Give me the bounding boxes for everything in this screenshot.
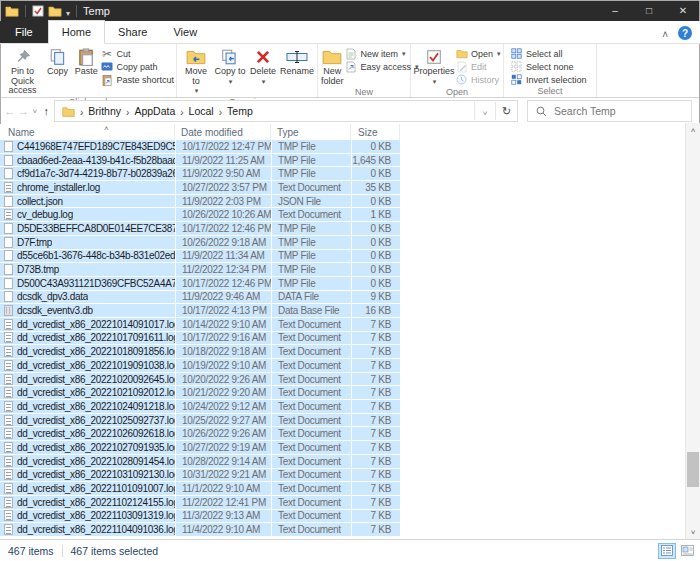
recent-locations-icon[interactable]	[31, 102, 38, 120]
file-name: dd_vcredist_x86_20221103091319.log	[17, 510, 175, 521]
file-row[interactable]: cv_debug.log 10/26/2022 10:26 AM Text Do…	[0, 208, 400, 222]
file-row[interactable]: dd_vcredist_x86_20221104091036.log 11/4/…	[0, 523, 400, 537]
file-row[interactable]: collect.json 11/9/2022 2:03 PM JSON File…	[0, 195, 400, 209]
breadcrumb-box[interactable]: BrithnyAppDataLocalTemp	[54, 100, 518, 122]
file-icon	[4, 387, 13, 398]
select-all-button[interactable]: Select all	[510, 47, 587, 60]
file-row[interactable]: dcsdk_eventv3.db 10/17/2022 4:13 PM Data…	[0, 304, 400, 318]
easy-access-button[interactable]: Easy access	[345, 60, 419, 73]
search-input[interactable]	[552, 104, 691, 118]
edit-button[interactable]: Edit	[455, 60, 501, 73]
file-row[interactable]: dd_vcredist_x86_20221027091935.log 10/27…	[0, 441, 400, 455]
help-icon[interactable]: ?	[678, 26, 692, 40]
column-header-size[interactable]: Size	[351, 124, 400, 141]
maximize-button[interactable]: □	[632, 0, 666, 21]
breadcrumb-item[interactable]: Local	[187, 105, 216, 117]
file-type: Text Document	[271, 400, 351, 413]
file-row[interactable]: dd_vcredist_x86_20221026092618.log 10/26…	[0, 427, 400, 441]
file-size: 0 KB	[351, 277, 400, 290]
open-button[interactable]: Open	[455, 47, 501, 60]
delete-button[interactable]: Delete	[247, 46, 279, 87]
edit-icon	[455, 61, 468, 73]
scrollbar-thumb[interactable]	[687, 452, 699, 487]
file-row[interactable]: D500C43A931121D369CFBC52A4A7A6603... 10/…	[0, 277, 400, 291]
tab-share[interactable]: Share	[105, 22, 160, 43]
file-row[interactable]: dd_vcredist_x86_20221103091319.log 11/3/…	[0, 510, 400, 524]
file-type: TMP File	[271, 154, 351, 167]
file-icon	[4, 250, 13, 261]
vertical-scrollbar[interactable]	[685, 123, 700, 539]
breadcrumb-item[interactable]: Temp	[225, 105, 255, 117]
file-row[interactable]: dd_vcredist_x86_20221025092737.log 10/25…	[0, 414, 400, 428]
close-button[interactable]: ✕	[666, 0, 700, 21]
paste-button[interactable]: Paste	[72, 46, 101, 78]
delete-label: Delete	[250, 67, 276, 77]
file-row[interactable]: C441968E747EFD189C7E843ED9C5A453C... 10/…	[0, 140, 400, 154]
refresh-icon[interactable]	[495, 102, 517, 120]
file-size: 7 KB	[351, 441, 400, 454]
file-row[interactable]: dd_vcredist_x86_20221017091611.log 10/17…	[0, 332, 400, 346]
file-row[interactable]: D7F.tmp 10/26/2022 9:18 AM TMP File 0 KB	[0, 236, 400, 250]
new-item-button[interactable]: New item	[345, 47, 419, 60]
rename-button[interactable]: Rename	[279, 46, 315, 78]
move-to-button[interactable]: Move to	[179, 46, 213, 97]
properties-quick-icon[interactable]	[32, 5, 44, 17]
file-row[interactable]: dd_vcredist_x86_20221021092012.log 10/21…	[0, 386, 400, 400]
file-row[interactable]: dd_vcredist_x86_20221031092130.log 10/31…	[0, 469, 400, 483]
file-row[interactable]: dd_vcredist_x86_20221019091038.log 10/19…	[0, 359, 400, 373]
paste-shortcut-button[interactable]: Paste shortcut	[100, 73, 174, 86]
file-row[interactable]: cf9d1a7c-3d74-4219-8b77-b02839a26296... …	[0, 167, 400, 181]
file-row[interactable]: dd_vcredist_x86_20221101091007.log 11/1/…	[0, 482, 400, 496]
large-icons-view-button[interactable]	[678, 543, 696, 559]
invert-selection-button[interactable]: Invert selection	[510, 73, 587, 86]
file-row[interactable]: d55ce6b1-3676-448c-b34b-831e02ed32d... 1…	[0, 250, 400, 264]
new-folder-button[interactable]: New folder	[320, 46, 345, 87]
copy-to-label: Copy to	[214, 67, 245, 77]
customize-qat-icon[interactable]	[66, 2, 70, 20]
file-row[interactable]: chrome_installer.log 10/27/2022 3:57 PM …	[0, 181, 400, 195]
file-row[interactable]: dd_vcredist_x86_20221102124155.log 11/2/…	[0, 496, 400, 510]
new-folder-quick-icon[interactable]	[48, 5, 62, 17]
file-type: TMP File	[271, 140, 351, 153]
copy-path-button[interactable]: Copy path	[100, 60, 174, 73]
back-button[interactable]	[4, 102, 16, 120]
minimize-ribbon-icon[interactable]	[662, 24, 668, 42]
file-row[interactable]: dd_vcredist_x86_20221024091218.log 10/24…	[0, 400, 400, 414]
file-row[interactable]: dd_vcredist_x86_20221020092645.log 10/20…	[0, 373, 400, 387]
column-header-name[interactable]: Name	[0, 124, 175, 141]
scroll-up-icon[interactable]	[686, 123, 700, 137]
breadcrumb-item[interactable]: AppData	[132, 105, 177, 117]
details-view-button[interactable]	[658, 543, 676, 559]
address-dropdown-icon[interactable]	[474, 102, 495, 120]
up-button[interactable]	[40, 102, 52, 120]
file-row[interactable]: dcsdk_dpv3.data 11/9/2022 9:46 AM DATA F…	[0, 291, 400, 305]
file-row[interactable]: D73B.tmp 11/2/2022 12:34 PM TMP File 0 K…	[0, 263, 400, 277]
breadcrumb-item[interactable]: Brithny	[86, 105, 123, 117]
forward-button[interactable]	[18, 102, 30, 120]
history-button[interactable]: History	[455, 73, 501, 86]
properties-button[interactable]: Properties	[413, 46, 455, 87]
column-header-date-modified[interactable]: Date modified	[175, 124, 271, 141]
minimize-button[interactable]: –	[598, 0, 632, 21]
file-row[interactable]: D5DE33BEFFCA8D0E014EE7CE387BD4756... 10/…	[0, 222, 400, 236]
tab-home[interactable]: Home	[48, 20, 105, 44]
cut-button[interactable]: Cut	[100, 47, 174, 60]
scroll-down-icon[interactable]	[686, 525, 700, 539]
pin-to-quick-access-button[interactable]: Pin to Quick access	[2, 46, 43, 97]
file-size: 7 KB	[351, 400, 400, 413]
search-box[interactable]	[527, 100, 692, 122]
file-type: Text Document	[271, 318, 351, 331]
select-none-button[interactable]: Select none	[510, 60, 587, 73]
tab-file[interactable]: File	[0, 21, 48, 43]
copy-button[interactable]: Copy	[43, 46, 72, 78]
file-row[interactable]: dd_vcredist_x86_20221028091454.log 10/28…	[0, 455, 400, 469]
file-icon	[4, 196, 13, 207]
tab-view[interactable]: View	[160, 22, 210, 43]
file-row[interactable]: dd_vcredist_x86_20221018091856.log 10/18…	[0, 345, 400, 359]
ribbon: Pin to Quick access Copy Paste	[0, 44, 700, 98]
file-row[interactable]: cbaad6ed-2eaa-4139-b41c-f5b28baad666... …	[0, 154, 400, 168]
column-header-type[interactable]: Type	[271, 124, 351, 141]
copy-to-button[interactable]: Copy to	[213, 46, 247, 87]
file-size: 7 KB	[351, 359, 400, 372]
file-row[interactable]: dd_vcredist_x86_20221014091017.log 10/14…	[0, 318, 400, 332]
